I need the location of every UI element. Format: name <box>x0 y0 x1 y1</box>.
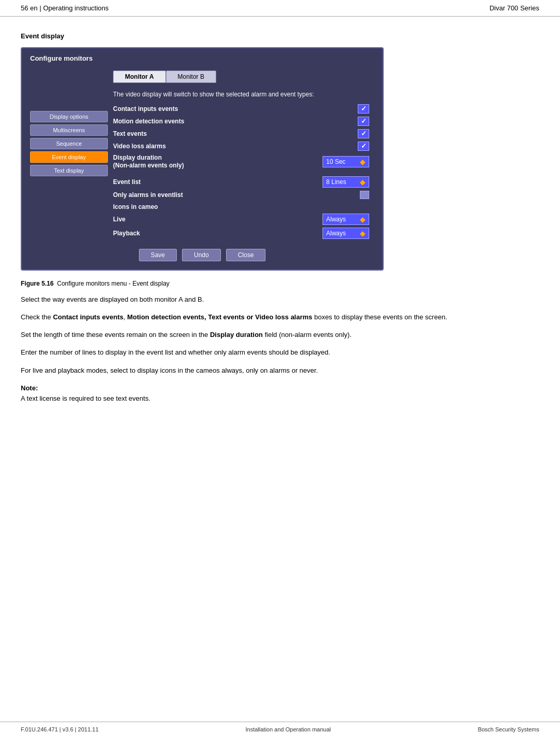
display-duration-label: Display duration (Non-alarm events only) <box>113 154 184 170</box>
contact-inputs-label: Contact inputs events <box>113 105 178 112</box>
note-text: A text license is required to see text e… <box>21 394 150 402</box>
cameo-playback-row: Playback Always ◆ <box>113 228 374 239</box>
sidebar-item-multiscreens[interactable]: Multiscreens <box>30 124 108 136</box>
paragraph-5: For live and playback modes, select to d… <box>21 365 539 376</box>
footer-center: Installation and Operation manual <box>245 726 331 732</box>
sidebar-item-text-display[interactable]: Text display <box>30 165 108 176</box>
event-list-label: Event list <box>113 178 141 186</box>
cameo-section: Icons in cameo Live Always ◆ Playback Al… <box>113 203 374 239</box>
tab-monitor-b[interactable]: Monitor B <box>166 71 216 83</box>
header-left: 56 en | Operating instructions <box>21 4 109 12</box>
paragraph-3: Set the length of time these events rema… <box>21 330 539 340</box>
sidebar-item-display-options[interactable]: Display options <box>30 111 108 122</box>
cameo-playback-arrow: ◆ <box>360 229 366 237</box>
close-button[interactable]: Close <box>226 249 266 261</box>
motion-detection-checkbox[interactable] <box>358 117 369 126</box>
paragraph-1: Select the way events are displayed on b… <box>21 294 539 305</box>
cameo-live-label: Live <box>113 216 125 223</box>
display-duration-select[interactable]: 10 Sec ◆ <box>323 156 369 167</box>
monitor-tabs: Monitor A Monitor B <box>113 71 374 83</box>
display-duration-arrow: ◆ <box>360 158 366 166</box>
configure-monitors-dialog: Configure monitors Monitor A Monitor B D… <box>21 47 384 271</box>
main-content: Event display Configure monitors Monitor… <box>0 17 560 432</box>
header-right: Divar 700 Series <box>489 4 539 12</box>
contact-inputs-checkbox[interactable] <box>358 104 369 114</box>
text-events-label: Text events <box>113 130 147 137</box>
dialog-title: Configure monitors <box>30 54 374 64</box>
paragraph-4: Enter the number of lines to display in … <box>21 347 539 358</box>
video-loss-label: Video loss alarms <box>113 143 166 150</box>
only-alarms-row: Only alarms in eventlist <box>113 191 374 199</box>
cameo-live-select[interactable]: Always ◆ <box>323 214 369 225</box>
description-text: The video display will switch to show th… <box>113 90 374 99</box>
option-row-motion: Motion detection events <box>113 117 374 126</box>
display-duration-row: Display duration (Non-alarm events only)… <box>113 154 374 170</box>
footer-right: Bosch Security Systems <box>478 726 539 732</box>
event-list-arrow: ◆ <box>360 178 366 186</box>
paragraph-2: Check the Contact inputs events, Motion … <box>21 312 539 322</box>
only-alarms-checkbox[interactable] <box>360 191 369 199</box>
sidebar-menu: Display options Multiscreens Sequence Ev… <box>30 90 108 242</box>
motion-detection-label: Motion detection events <box>113 118 184 125</box>
note-title: Note: <box>21 384 38 392</box>
footer-left: F.01U.246.471 | v3.6 | 2011.11 <box>21 726 99 732</box>
sidebar-item-event-display[interactable]: Event display <box>30 151 108 163</box>
right-panel: The video display will switch to show th… <box>113 90 374 242</box>
figure-caption-text: Configure monitors menu - Event display <box>57 280 170 287</box>
dialog-body: Display options Multiscreens Sequence Ev… <box>30 90 374 242</box>
section-title: Event display <box>21 32 539 40</box>
cameo-playback-label: Playback <box>113 230 140 237</box>
event-list-row: Event list 8 Lines ◆ <box>113 176 374 188</box>
figure-caption: Figure 5.16 Configure monitors menu - Ev… <box>21 280 539 287</box>
option-row-contact: Contact inputs events <box>113 104 374 114</box>
event-list-value: 8 Lines <box>326 178 346 186</box>
video-loss-checkbox[interactable] <box>358 142 369 151</box>
text-events-checkbox[interactable] <box>358 129 369 138</box>
only-alarms-label: Only alarms in eventlist <box>113 191 183 199</box>
display-duration-value: 10 Sec <box>326 158 345 165</box>
cameo-title: Icons in cameo <box>113 203 374 210</box>
event-list-select[interactable]: 8 Lines ◆ <box>323 176 369 188</box>
option-row-video-loss: Video loss alarms <box>113 142 374 151</box>
sidebar-item-sequence[interactable]: Sequence <box>30 138 108 149</box>
tab-monitor-a[interactable]: Monitor A <box>113 71 166 83</box>
note-section: Note: A text license is required to see … <box>21 383 539 404</box>
option-row-text: Text events <box>113 129 374 138</box>
cameo-live-row: Live Always ◆ <box>113 214 374 225</box>
undo-button[interactable]: Undo <box>182 249 221 261</box>
page-header: 56 en | Operating instructions Divar 700… <box>0 0 560 17</box>
page-footer: F.01U.246.471 | v3.6 | 2011.11 Installat… <box>0 722 560 737</box>
dialog-buttons: Save Undo Close <box>30 249 374 261</box>
cameo-live-value: Always <box>326 216 346 223</box>
cameo-playback-select[interactable]: Always ◆ <box>323 228 369 239</box>
save-button[interactable]: Save <box>139 249 177 261</box>
cameo-live-arrow: ◆ <box>360 215 366 223</box>
cameo-playback-value: Always <box>326 230 346 237</box>
